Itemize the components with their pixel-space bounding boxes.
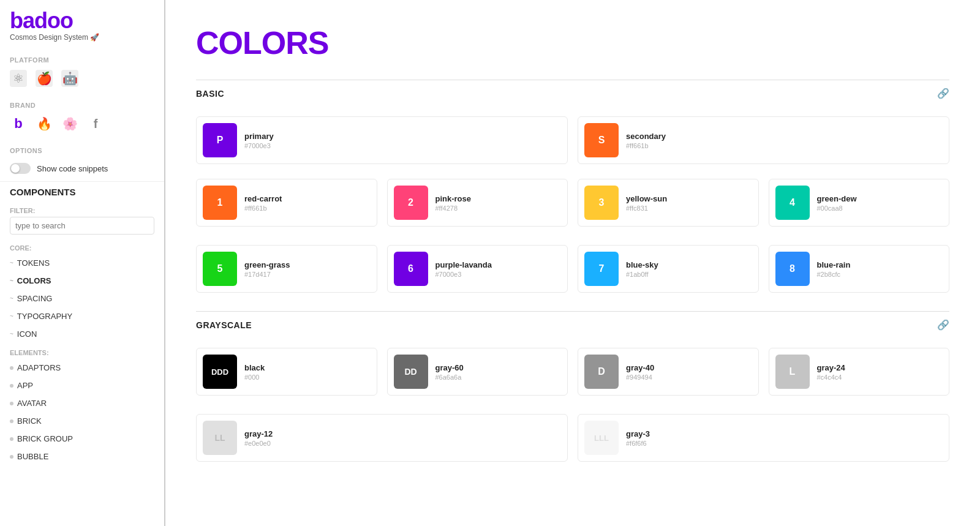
color-info-gray12: gray-12 #e0e0e0	[244, 429, 273, 447]
filter-label: FILTER:	[0, 202, 164, 217]
code-snippets-toggle[interactable]	[10, 163, 31, 174]
color-name: red-carrot	[244, 194, 282, 203]
sidebar-item-adaptors[interactable]: ADAPTORS	[0, 359, 164, 377]
sidebar-item-typography[interactable]: ~ TYPOGRAPHY	[0, 307, 164, 325]
chevron-icon: ~	[10, 331, 13, 337]
sidebar-item-avatar[interactable]: AVATAR	[0, 394, 164, 412]
color-name: yellow-sun	[626, 194, 667, 203]
color-swatch-black: DDD	[203, 355, 237, 389]
color-name: green-dew	[817, 194, 857, 203]
basic-colors-row3: 5 green-grass #17d417 6 purple-lavanda #…	[196, 245, 949, 293]
color-hex: #000	[244, 374, 265, 381]
sidebar-item-bubble[interactable]: BUBBLE	[0, 448, 164, 465]
sidebar-item-label: ADAPTORS	[17, 363, 61, 372]
toggle-knob	[11, 164, 20, 173]
color-hex: #ff661b	[244, 205, 282, 212]
color-info-3: yellow-sun #ffc831	[626, 194, 667, 212]
color-card-primary: P primary #7000e3	[196, 116, 568, 164]
color-hex: #00caa8	[817, 205, 857, 212]
sidebar-item-brick[interactable]: BRICK	[0, 412, 164, 430]
color-hex: #2b8cfc	[817, 271, 851, 278]
sidebar-item-label: SPACING	[17, 294, 53, 303]
components-header: COMPONENTS	[0, 181, 164, 202]
sidebar-item-tokens[interactable]: ~ TOKENS	[0, 254, 164, 272]
main-content: COLORS BASIC 🔗 P primary #7000e3 S secon…	[165, 0, 980, 526]
grayscale-section-title: GRAYSCALE	[196, 320, 252, 330]
sidebar-item-label: AVATAR	[17, 399, 47, 408]
chevron-icon: ~	[10, 260, 13, 266]
color-name: green-grass	[244, 260, 290, 269]
color-name: black	[244, 363, 265, 372]
bullet-icon	[10, 419, 13, 423]
color-info-4: green-dew #00caa8	[817, 194, 857, 212]
color-swatch-gray40: D	[584, 355, 619, 389]
brand-icon-flame[interactable]: 🔥	[36, 115, 53, 132]
brand-icon-f[interactable]: f	[87, 115, 104, 132]
brand-icons: b 🔥 🌸 f	[0, 113, 164, 140]
platform-icon-android[interactable]: 🤖	[61, 70, 78, 87]
color-card-secondary: S secondary #ff661b	[578, 116, 949, 164]
sidebar-item-icon[interactable]: ~ ICON	[0, 325, 164, 343]
sidebar-item-app[interactable]: APP	[0, 377, 164, 394]
grayscale-link-icon[interactable]: 🔗	[937, 319, 949, 331]
brand-icon-badoo[interactable]: b	[10, 115, 27, 132]
sidebar-item-brick-group[interactable]: BRICK GROUP	[0, 430, 164, 448]
brand-label: BRAND	[0, 94, 164, 113]
color-info-5: green-grass #17d417	[244, 260, 290, 278]
color-name: secondary	[626, 132, 666, 141]
color-hex: #7000e3	[244, 142, 274, 149]
color-card-1: 1 red-carrot #ff661b	[196, 179, 377, 227]
color-hex: #ff4278	[435, 205, 472, 212]
platform-icon-apple[interactable]: 🍎	[36, 70, 53, 87]
bullet-icon	[10, 384, 13, 388]
platform-label: PLATFORM	[0, 49, 164, 67]
color-card-6: 6 purple-lavanda #7000e3	[387, 245, 568, 293]
grayscale-colors-row2: LL gray-12 #e0e0e0 LLL gray-3 #f6f6f6	[196, 414, 949, 462]
color-swatch-3: 3	[584, 186, 619, 220]
color-card-4: 4 green-dew #00caa8	[769, 179, 950, 227]
color-swatch-2: 2	[394, 186, 428, 220]
color-info-gray60: gray-60 #6a6a6a	[435, 363, 464, 381]
color-name: gray-24	[817, 363, 845, 372]
color-hex: #f6f6f6	[626, 440, 650, 447]
search-input[interactable]	[10, 217, 154, 235]
color-swatch-7: 7	[584, 252, 619, 286]
color-hex: #949494	[626, 374, 654, 381]
color-swatch-secondary: S	[584, 123, 619, 157]
color-info-secondary: secondary #ff661b	[626, 132, 666, 149]
logo-subtitle: Cosmos Design System 🚀	[10, 33, 154, 42]
color-name: pink-rose	[435, 194, 472, 203]
core-label: CORE:	[0, 242, 164, 254]
basic-colors-row2: 1 red-carrot #ff661b 2 pink-rose #ff4278…	[196, 179, 949, 227]
elements-label: ELEMENTS:	[0, 343, 164, 359]
show-code-snippets-row: Show code snippets	[10, 163, 154, 174]
color-card-black: DDD black #000	[196, 348, 377, 396]
color-swatch-6: 6	[394, 252, 428, 286]
color-name: gray-40	[626, 363, 654, 372]
color-name: gray-60	[435, 363, 464, 372]
color-hex: #c4c4c4	[817, 374, 845, 381]
color-info-6: purple-lavanda #7000e3	[435, 260, 492, 278]
color-swatch-8: 8	[775, 252, 810, 286]
color-info-gray24: gray-24 #c4c4c4	[817, 363, 845, 381]
color-hex: #1ab0ff	[626, 271, 658, 278]
brand-icon-bumble[interactable]: 🌸	[61, 115, 78, 132]
platform-icon-react[interactable]: ⚛	[10, 70, 27, 87]
color-card-7: 7 blue-sky #1ab0ff	[578, 245, 759, 293]
basic-section-title: BASIC	[196, 89, 224, 99]
color-swatch-5: 5	[203, 252, 237, 286]
color-card-2: 2 pink-rose #ff4278	[387, 179, 568, 227]
basic-section-header: BASIC 🔗	[196, 80, 949, 107]
sidebar-item-spacing[interactable]: ~ SPACING	[0, 290, 164, 307]
basic-link-icon[interactable]: 🔗	[937, 88, 949, 99]
grayscale-section-header: GRAYSCALE 🔗	[196, 311, 949, 338]
grayscale-colors-row1: DDD black #000 DD gray-60 #6a6a6a D gray…	[196, 348, 949, 396]
sidebar-item-colors[interactable]: ~ COLORS	[0, 272, 164, 290]
color-card-gray12: LL gray-12 #e0e0e0	[196, 414, 568, 462]
color-swatch-1: 1	[203, 186, 237, 220]
logo-text: badoo	[10, 10, 154, 32]
bullet-icon	[10, 437, 13, 441]
color-card-8: 8 blue-rain #2b8cfc	[769, 245, 950, 293]
sidebar-item-label: TYPOGRAPHY	[17, 312, 72, 321]
color-name: blue-rain	[817, 260, 851, 269]
